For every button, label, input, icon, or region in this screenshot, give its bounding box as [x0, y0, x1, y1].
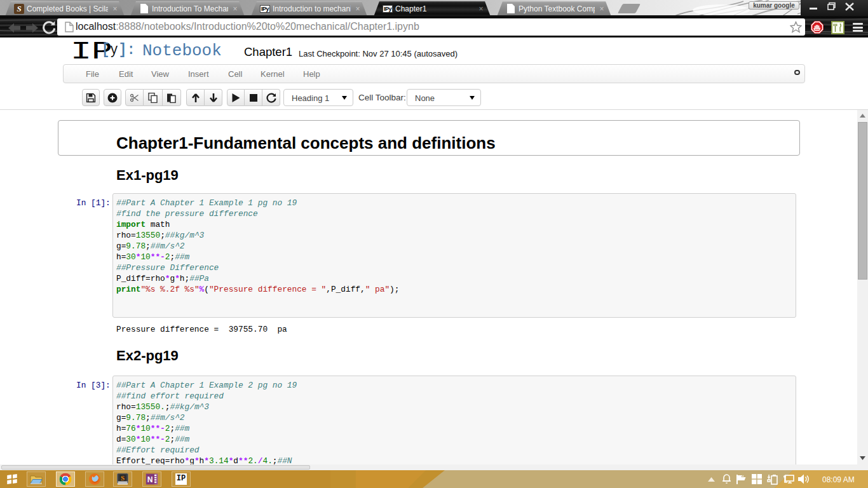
svg-text:S: S	[121, 474, 125, 482]
svg-text:N: N	[147, 475, 153, 484]
